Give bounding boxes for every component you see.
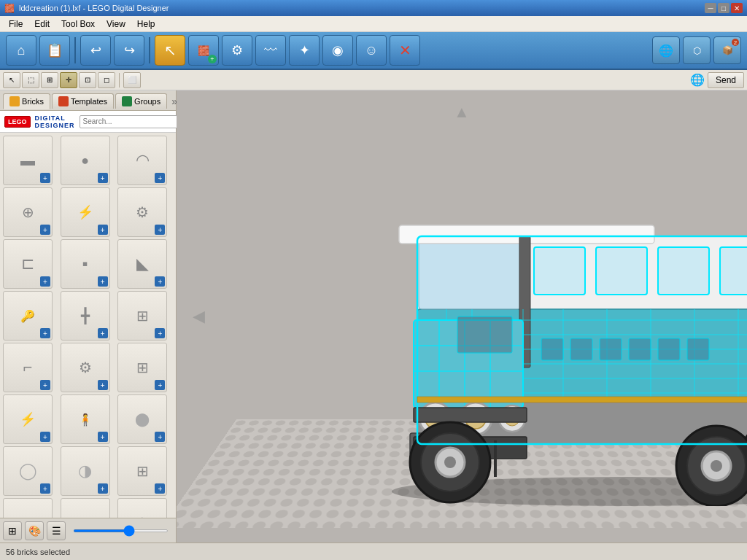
toolbar-decal-button[interactable]: ✦ bbox=[289, 35, 320, 66]
minimize-button[interactable]: ─ bbox=[705, 3, 716, 13]
svg-rect-10 bbox=[596, 247, 647, 295]
toolbar-delete-button[interactable]: ✕ bbox=[390, 35, 420, 66]
brick-add-button[interactable]: + bbox=[40, 432, 50, 442]
brick-item[interactable]: + bbox=[117, 187, 167, 237]
brick-add-button[interactable]: + bbox=[98, 380, 108, 390]
list-view-button[interactable]: ☰ bbox=[47, 521, 66, 540]
brick-item[interactable]: + bbox=[61, 394, 110, 444]
brick-add-button[interactable]: + bbox=[98, 328, 108, 338]
brick-add-button[interactable]: + bbox=[98, 173, 108, 183]
svg-point-58 bbox=[711, 460, 722, 472]
brick-item[interactable]: + bbox=[61, 187, 110, 237]
zoom-slider[interactable] bbox=[73, 529, 169, 532]
brick-add-button[interactable]: + bbox=[98, 432, 108, 442]
app-icon: 🧱 bbox=[4, 4, 15, 13]
toolbar-home-button[interactable]: ⌂ bbox=[6, 35, 36, 66]
svg-rect-60 bbox=[541, 338, 563, 360]
menu-help[interactable]: Help bbox=[131, 18, 161, 31]
menu-edit[interactable]: Edit bbox=[28, 18, 55, 31]
tab-bricks[interactable]: Bricks bbox=[3, 93, 50, 109]
brick-item[interactable]: + bbox=[117, 446, 167, 496]
groups-tab-label: Groups bbox=[134, 97, 160, 106]
brick-item[interactable]: + bbox=[117, 394, 167, 444]
brick-add-button[interactable]: + bbox=[155, 276, 165, 287]
tab-templates[interactable]: Templates bbox=[52, 93, 114, 109]
brick-item[interactable]: + bbox=[3, 343, 53, 392]
brick-item[interactable]: + bbox=[3, 239, 53, 289]
svg-rect-63 bbox=[629, 338, 651, 360]
brick-add-button[interactable]: + bbox=[98, 225, 108, 235]
viewport[interactable]: ▲ ◀ ▶ ▼ bbox=[177, 90, 747, 542]
sec-view-button[interactable]: ⬜ bbox=[123, 72, 141, 88]
toolbar-separator-2 bbox=[149, 37, 150, 63]
sec-select-all-button[interactable]: ⊞ bbox=[41, 72, 58, 88]
toolbar-order-button[interactable]: 📦2 bbox=[713, 36, 741, 64]
svg-rect-46 bbox=[494, 440, 497, 477]
brick-add-button[interactable]: + bbox=[155, 328, 165, 338]
brick-add-button[interactable]: + bbox=[155, 225, 165, 235]
brick-add-button[interactable]: + bbox=[155, 380, 165, 390]
nav-left-arrow[interactable]: ◀ bbox=[184, 302, 213, 331]
maximize-button[interactable]: □ bbox=[718, 3, 729, 13]
toolbar-undo-button[interactable]: ↩ bbox=[80, 35, 111, 66]
brick-add-button[interactable]: + bbox=[155, 432, 165, 442]
brick-item[interactable]: + bbox=[3, 394, 53, 444]
search-input[interactable] bbox=[80, 115, 179, 128]
brick-add-button[interactable]: + bbox=[155, 483, 165, 494]
svg-rect-66 bbox=[457, 316, 512, 353]
toolbar-redo-button[interactable]: ↪ bbox=[114, 35, 144, 66]
nav-up-arrow[interactable]: ▲ bbox=[447, 98, 476, 127]
brick-item[interactable]: + bbox=[117, 239, 167, 289]
brick-item[interactable]: + bbox=[3, 291, 53, 341]
toolbar-cursor-button[interactable]: ↖ bbox=[155, 35, 185, 66]
brick-item[interactable]: + bbox=[61, 446, 110, 496]
menu-toolbox[interactable]: Tool Box bbox=[55, 18, 101, 31]
brick-item[interactable]: + bbox=[61, 498, 110, 518]
brick-add-button[interactable]: + bbox=[98, 276, 108, 287]
sec-select-button[interactable]: ↖ bbox=[3, 72, 20, 88]
menu-view[interactable]: View bbox=[101, 18, 131, 31]
brick-add-button[interactable]: + bbox=[98, 483, 108, 494]
brick-item[interactable]: + bbox=[61, 291, 110, 341]
toolbar-new-button[interactable]: 📋 bbox=[39, 35, 70, 66]
left-panel: Bricks Templates Groups » LEGO DIGITAL D… bbox=[0, 90, 177, 542]
close-button[interactable]: ✕ bbox=[731, 3, 743, 13]
brick-add-button[interactable]: + bbox=[40, 328, 50, 338]
sec-hide-button[interactable]: ◻ bbox=[98, 72, 115, 88]
toolbar-flex-button[interactable]: 〰 bbox=[255, 35, 286, 66]
toolbar-world-button[interactable]: 🌐 bbox=[652, 36, 680, 64]
title-bar-controls[interactable]: ─ □ ✕ bbox=[705, 3, 743, 13]
toolbar-brick-add-button[interactable]: 🧱+ bbox=[188, 35, 219, 66]
brick-add-button[interactable]: + bbox=[40, 225, 50, 235]
palette-button[interactable]: 🎨 bbox=[25, 521, 44, 540]
brick-item[interactable]: + bbox=[3, 498, 53, 518]
brick-item[interactable]: + bbox=[61, 343, 110, 392]
sec-select-box-button[interactable]: ⬚ bbox=[22, 72, 39, 88]
brick-item[interactable]: + bbox=[3, 187, 53, 237]
toolbar-building-instructions-button[interactable]: ⬡ bbox=[683, 36, 711, 64]
toolbar-hinge-button[interactable]: ⚙ bbox=[222, 35, 252, 66]
brick-item[interactable]: + bbox=[117, 136, 167, 185]
add-to-palette-button[interactable]: ⊞ bbox=[3, 521, 22, 540]
menu-file[interactable]: File bbox=[3, 18, 28, 31]
brick-item[interactable]: + bbox=[117, 498, 167, 518]
brick-item[interactable]: + bbox=[3, 446, 53, 496]
brick-item[interactable]: + bbox=[3, 136, 53, 185]
brick-add-button[interactable]: + bbox=[40, 380, 50, 390]
sec-move-button[interactable]: ✛ bbox=[60, 72, 77, 88]
brick-item[interactable]: + bbox=[117, 291, 167, 341]
toolbar-face-button[interactable]: ☺ bbox=[356, 35, 387, 66]
brick-add-button[interactable]: + bbox=[40, 276, 50, 287]
tab-groups[interactable]: Groups bbox=[115, 93, 167, 109]
toolbar-paint-button[interactable]: ◉ bbox=[322, 35, 353, 66]
svg-rect-11 bbox=[658, 247, 709, 295]
brick-item[interactable]: + bbox=[61, 136, 110, 185]
brick-item[interactable]: + bbox=[61, 239, 110, 289]
sec-clone-button[interactable]: ⊡ bbox=[79, 72, 96, 88]
brick-add-button[interactable]: + bbox=[40, 483, 50, 494]
brick-item[interactable]: + bbox=[117, 343, 167, 392]
brick-add-button[interactable]: + bbox=[155, 173, 165, 183]
brick-add-button[interactable]: + bbox=[40, 173, 50, 183]
send-button[interactable]: Send bbox=[708, 72, 744, 88]
svg-rect-9 bbox=[534, 247, 585, 295]
